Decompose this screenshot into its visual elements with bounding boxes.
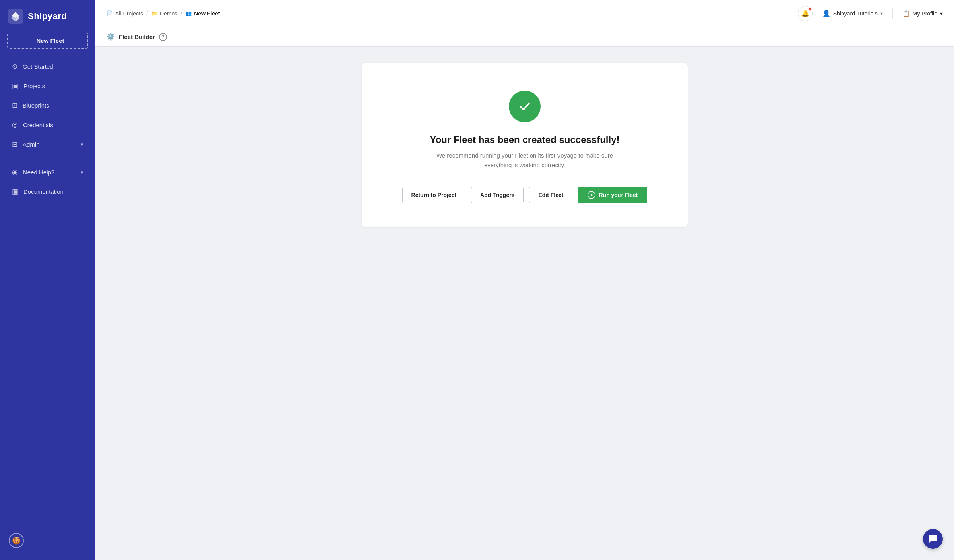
- success-circle: [509, 91, 541, 122]
- notification-dot: [808, 7, 812, 11]
- help-button[interactable]: ?: [159, 33, 167, 41]
- tutorials-menu[interactable]: 👤 Shipyard Tutorials ▾: [822, 10, 883, 17]
- sidebar-item-label: Documentation: [23, 188, 64, 195]
- header-right: 🔔 👤 Shipyard Tutorials ▾ 📋 My Profile ▾: [798, 6, 943, 21]
- breadcrumb: 📄 All Projects / 📁 Demos / 👥 New Fleet: [107, 10, 220, 17]
- projects-icon: ▣: [12, 82, 18, 90]
- nav-items: ⊙ Get Started ▣ Projects ⊡ Blueprints ◎ …: [0, 57, 95, 528]
- all-projects-icon: 📄: [107, 10, 113, 16]
- fleet-builder-icon: ⚙️: [107, 33, 115, 41]
- svg-marker-2: [591, 194, 593, 197]
- sidebar-item-label: Admin: [23, 141, 40, 148]
- breadcrumb-sep-2: /: [180, 10, 182, 17]
- new-fleet-bc-icon: 👥: [185, 10, 192, 16]
- add-triggers-button[interactable]: Add Triggers: [471, 187, 524, 203]
- success-actions: Return to Project Add Triggers Edit Flee…: [402, 187, 648, 203]
- cookie-icon[interactable]: 🍪: [9, 533, 24, 548]
- demos-icon: 📁: [151, 10, 157, 16]
- sidebar-bottom: 🍪: [0, 528, 95, 560]
- logo-text: Shipyard: [28, 11, 67, 21]
- breadcrumb-new-fleet: 👥 New Fleet: [185, 10, 220, 17]
- run-fleet-button[interactable]: Run your Fleet: [578, 187, 647, 203]
- bell-icon: 🔔: [801, 9, 809, 17]
- sidebar-item-blueprints[interactable]: ⊡ Blueprints: [3, 96, 92, 115]
- logo-area[interactable]: Shipyard: [0, 0, 95, 33]
- header-divider: [892, 8, 893, 19]
- success-title: Your Fleet has been created successfully…: [430, 134, 619, 145]
- sidebar-item-label: Credentials: [23, 122, 53, 128]
- breadcrumb-demos[interactable]: 📁 Demos: [151, 10, 177, 17]
- admin-icon: ⊟: [12, 140, 17, 149]
- need-help-chevron-icon: ▾: [81, 169, 83, 175]
- sidebar-item-documentation[interactable]: ▣ Documentation: [3, 182, 92, 201]
- main-panel: 📄 All Projects / 📁 Demos / 👥 New Fleet 🔔…: [95, 0, 954, 560]
- chat-icon: [928, 534, 938, 544]
- success-subtitle: We recommend running your Fleet on its f…: [429, 151, 620, 170]
- blueprints-icon: ⊡: [12, 101, 17, 110]
- tutorials-label: Shipyard Tutorials: [833, 10, 878, 17]
- profile-icon: 📋: [902, 10, 910, 17]
- cookie-area[interactable]: 🍪: [0, 528, 95, 553]
- sidebar-item-credentials[interactable]: ◎ Credentials: [3, 116, 92, 134]
- credentials-icon: ◎: [12, 121, 18, 129]
- sidebar: Shipyard + New Fleet ⊙ Get Started ▣ Pro…: [0, 0, 95, 560]
- sidebar-item-label: Blueprints: [23, 102, 49, 109]
- sidebar-item-admin[interactable]: ⊟ Admin ▾: [3, 135, 92, 154]
- profile-chevron-icon: ▾: [940, 10, 943, 17]
- fleet-builder-title: Fleet Builder: [119, 33, 155, 40]
- breadcrumb-all-projects[interactable]: 📄 All Projects: [107, 10, 143, 17]
- tutorials-chevron-icon: ▾: [880, 11, 883, 16]
- sidebar-item-label: Need Help?: [23, 169, 54, 176]
- sidebar-item-label: Projects: [23, 83, 45, 89]
- sidebar-item-get-started[interactable]: ⊙ Get Started: [3, 57, 92, 76]
- new-fleet-button[interactable]: + New Fleet: [7, 33, 88, 49]
- admin-chevron-icon: ▾: [81, 141, 83, 147]
- top-header: 📄 All Projects / 📁 Demos / 👥 New Fleet 🔔…: [95, 0, 954, 27]
- profile-menu[interactable]: 📋 My Profile ▾: [902, 10, 943, 17]
- shipyard-logo-icon: [8, 9, 23, 24]
- sidebar-item-label: Get Started: [23, 63, 53, 70]
- need-help-icon: ◉: [12, 168, 18, 176]
- run-fleet-icon: [588, 191, 595, 199]
- documentation-icon: ▣: [12, 187, 18, 196]
- nav-divider: [9, 158, 87, 158]
- sidebar-item-projects[interactable]: ▣ Projects: [3, 77, 92, 95]
- checkmark-icon: [517, 99, 532, 114]
- subheader: ⚙️ Fleet Builder ?: [95, 27, 954, 47]
- get-started-icon: ⊙: [12, 62, 17, 71]
- edit-fleet-button[interactable]: Edit Fleet: [529, 187, 572, 203]
- notification-button[interactable]: 🔔: [798, 6, 813, 21]
- breadcrumb-sep-1: /: [146, 10, 148, 17]
- tutorials-user-icon: 👤: [822, 10, 830, 17]
- sidebar-item-need-help[interactable]: ◉ Need Help? ▾: [3, 163, 92, 182]
- return-to-project-button[interactable]: Return to Project: [402, 187, 466, 203]
- success-card: Your Fleet has been created successfully…: [362, 63, 688, 227]
- chat-button[interactable]: [923, 529, 943, 549]
- profile-label: My Profile: [913, 10, 937, 17]
- page-content: Your Fleet has been created successfully…: [95, 47, 954, 560]
